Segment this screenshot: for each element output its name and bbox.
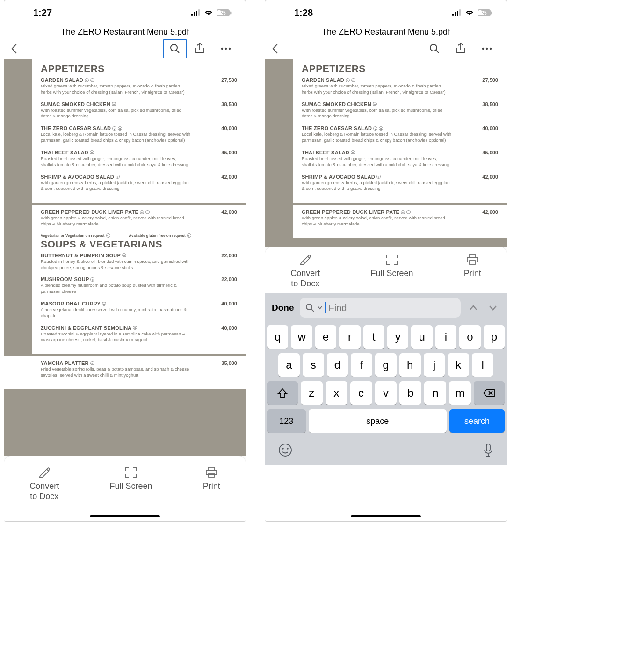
svg-point-38 — [287, 448, 289, 450]
numbers-key[interactable]: 123 — [267, 409, 306, 433]
svg-point-8 — [171, 44, 177, 51]
home-indicator[interactable] — [351, 515, 421, 517]
share-icon[interactable] — [448, 43, 474, 55]
key-t[interactable]: t — [363, 325, 384, 349]
svg-point-32 — [306, 304, 312, 310]
svg-rect-3 — [198, 9, 200, 16]
find-input[interactable] — [300, 298, 461, 318]
key-b[interactable]: b — [399, 381, 421, 405]
fullscreen-button[interactable]: Full Screen — [109, 466, 152, 492]
svg-rect-39 — [486, 444, 490, 451]
convert-to-docx-button[interactable]: Convert to Docx — [290, 254, 320, 289]
svg-point-11 — [225, 47, 227, 49]
svg-rect-17 — [455, 12, 456, 16]
svg-rect-31 — [470, 261, 475, 264]
menu-item: YAMCHA PLATTERgFried vegetable spring ro… — [41, 360, 237, 378]
search-key[interactable]: search — [449, 409, 505, 433]
svg-text:25: 25 — [220, 10, 226, 15]
share-icon[interactable] — [187, 43, 213, 55]
bottom-toolbar: Convert to Docx Full Screen Print — [4, 456, 246, 521]
wifi-icon — [204, 9, 213, 16]
key-c[interactable]: c — [350, 381, 372, 405]
svg-point-36 — [279, 444, 291, 456]
svg-rect-16 — [452, 14, 454, 16]
backspace-key[interactable] — [474, 381, 505, 405]
key-y[interactable]: y — [387, 325, 408, 349]
svg-rect-14 — [206, 470, 217, 475]
convert-to-docx-button[interactable]: Convert to Docx — [29, 466, 59, 502]
key-n[interactable]: n — [424, 381, 446, 405]
svg-text:25: 25 — [481, 10, 487, 15]
key-s[interactable]: s — [303, 353, 324, 377]
svg-rect-19 — [459, 9, 461, 16]
svg-rect-23 — [491, 11, 492, 14]
key-j[interactable]: j — [424, 353, 445, 377]
phone-right: 1:28 25 The ZERO Restaurant Menu 5.pdf A… — [265, 0, 507, 522]
key-o[interactable]: o — [459, 325, 480, 349]
wifi-icon — [465, 9, 474, 16]
done-button[interactable]: Done — [272, 303, 294, 313]
mic-key[interactable] — [483, 443, 493, 465]
svg-rect-30 — [467, 257, 478, 262]
key-m[interactable]: m — [449, 381, 471, 405]
fullscreen-button[interactable]: Full Screen — [370, 254, 413, 289]
svg-point-37 — [282, 448, 284, 450]
svg-line-9 — [176, 50, 179, 53]
text-cursor — [325, 302, 326, 313]
svg-rect-7 — [230, 11, 232, 14]
menu-item: GREEN PEPPERED DUCK LIVER PATEvgWith gre… — [41, 209, 237, 227]
menu-item: MASOOR DHAL CURRYgA rich vegetarian lent… — [41, 301, 237, 319]
key-i[interactable]: i — [435, 325, 456, 349]
key-g[interactable]: g — [375, 353, 397, 377]
home-indicator[interactable] — [90, 515, 160, 517]
phone-left: 1:27 25 The ZERO Restaurant Menu 5.pdf — [4, 0, 246, 522]
svg-point-12 — [229, 47, 231, 49]
more-icon[interactable] — [474, 47, 500, 50]
emoji-key[interactable] — [278, 443, 292, 465]
search-icon[interactable] — [421, 43, 448, 54]
svg-rect-1 — [194, 12, 195, 16]
section-appetizers: APPETIZERS — [302, 63, 498, 74]
key-w[interactable]: w — [291, 325, 312, 349]
find-text-field[interactable] — [329, 303, 456, 313]
find-next-button[interactable] — [486, 305, 500, 311]
key-p[interactable]: p — [484, 325, 505, 349]
key-z[interactable]: z — [301, 381, 323, 405]
key-k[interactable]: k — [448, 353, 469, 377]
diet-notes: Vegetarian or Vegetarian on requestvAvai… — [41, 233, 237, 238]
chevron-down-icon — [318, 306, 322, 310]
key-r[interactable]: r — [339, 325, 360, 349]
key-l[interactable]: l — [472, 353, 493, 377]
search-icon[interactable] — [163, 39, 187, 58]
key-f[interactable]: f — [351, 353, 372, 377]
print-button[interactable]: Print — [203, 466, 220, 492]
key-a[interactable]: a — [278, 353, 300, 377]
signal-icon — [191, 9, 201, 16]
svg-rect-2 — [196, 11, 197, 16]
more-icon[interactable] — [213, 47, 239, 50]
key-v[interactable]: v — [375, 381, 397, 405]
back-button[interactable] — [272, 43, 286, 54]
svg-rect-0 — [191, 14, 193, 16]
svg-point-10 — [221, 47, 223, 49]
space-key[interactable]: space — [309, 409, 447, 433]
status-bar: 1:27 25 — [4, 0, 246, 25]
shift-key[interactable] — [267, 381, 298, 405]
key-d[interactable]: d — [327, 353, 348, 377]
key-x[interactable]: x — [326, 381, 347, 405]
battery-icon: 25 — [478, 9, 492, 16]
back-button[interactable] — [11, 43, 25, 54]
nav-title: The ZERO Restaurant Menu 5.pdf — [4, 25, 246, 38]
svg-line-25 — [436, 50, 439, 53]
menu-item: ZUCCHINI & EGGPLANT SEMOLINAgRoasted zuc… — [41, 325, 237, 343]
key-h[interactable]: h — [399, 353, 421, 377]
key-q[interactable]: q — [267, 325, 288, 349]
print-button[interactable]: Print — [464, 254, 481, 289]
find-prev-button[interactable] — [466, 305, 480, 311]
doc-viewport[interactable]: APPETIZERS GARDEN SALADvgMixed greens wi… — [4, 59, 246, 456]
doc-viewport[interactable]: APPETIZERS GARDEN SALADvgMixed greens wi… — [265, 59, 507, 247]
menu-item: SUMAC SMOKED CHICKENgWith roasted summer… — [41, 102, 237, 120]
key-u[interactable]: u — [411, 325, 432, 349]
key-e[interactable]: e — [315, 325, 336, 349]
keyboard: Done qwertyuiop asdfghjkl zxcvbnm 123 sp… — [265, 293, 507, 465]
